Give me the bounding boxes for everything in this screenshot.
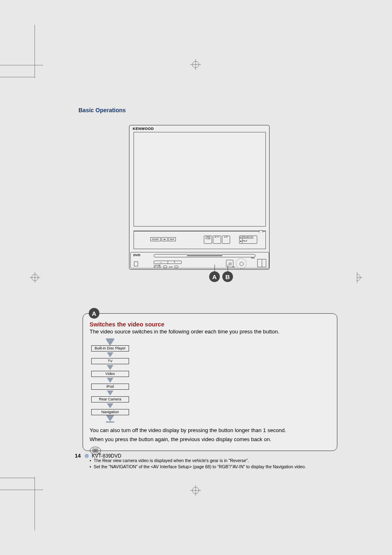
svg-marker-12 <box>106 340 114 346</box>
box-lead: The video source switches in the followi… <box>90 328 330 335</box>
flow-node: TV <box>91 358 129 364</box>
registration-mark-icon <box>190 59 201 70</box>
page-footer: 14 KVT-839DVD <box>75 453 121 459</box>
open-mctrl-button: ▲OPEN ●M.CTRL ▲TILT <box>239 236 257 244</box>
flow-node: Rear Camera <box>91 396 129 402</box>
paragraph: When you press the button again, the pre… <box>90 436 330 443</box>
avout-button: AV OUT <box>213 236 221 244</box>
control-panel: DOLBYdtsDivX SCREEN VOLUME AV OUT A.OFF … <box>134 231 266 249</box>
source-flow-diagram: Built-in Disc Player TV Video iPod Rear … <box>91 339 129 423</box>
page-sheet: Basic Operations KENWOOD DOLBYdtsDivX SC… <box>44 78 357 473</box>
page-number: 14 <box>75 453 81 459</box>
callout-b-icon: B <box>222 271 233 282</box>
svg-marker-16 <box>107 391 113 395</box>
box-tag-icon: A <box>89 308 99 319</box>
callout-a-icon: A <box>209 271 220 282</box>
disc-slot <box>154 254 256 257</box>
note-list: The Rear view camera video is displayed … <box>90 458 330 469</box>
note-icon <box>90 446 330 456</box>
screen-volume-button: SCREEN VOLUME <box>204 236 212 244</box>
att-disp-buttons: ATT ●OFF DISP <box>154 266 178 268</box>
svg-marker-17 <box>107 403 113 408</box>
box-title: Switches the video source <box>90 321 330 328</box>
aoff-button: A.OFF <box>222 236 230 244</box>
instruction-box: A Switches the video source The video so… <box>83 313 337 451</box>
side-buttons <box>257 259 266 267</box>
note-item: Set the "NAVIGATION" of the <AV Interfac… <box>90 464 330 470</box>
svg-marker-14 <box>107 365 113 370</box>
footer-dot-icon <box>85 454 89 458</box>
flow-node: iPod <box>91 384 129 390</box>
display-screen <box>134 132 266 227</box>
note-item: The Rear view camera video is displayed … <box>90 458 330 464</box>
svg-marker-18 <box>106 415 114 421</box>
dpad-control <box>236 258 247 269</box>
svg-marker-15 <box>107 378 113 383</box>
brand-text: KENWOOD <box>133 127 154 131</box>
flow-node: Built-in Disc Player <box>91 345 129 352</box>
flow-node: Navigation <box>91 409 129 415</box>
model-number: KVT-839DVD <box>92 453 121 459</box>
svg-marker-13 <box>107 352 113 357</box>
paragraph: You can also turn off the video display … <box>90 427 330 434</box>
section-header: Basic Operations <box>78 107 126 113</box>
registration-mark-icon <box>190 485 201 496</box>
dvd-logo-icon: DVD <box>133 253 141 261</box>
flow-node: Video <box>91 371 129 377</box>
product-illustration: KENWOOD DOLBYdtsDivX SCREEN VOLUME AV OU… <box>129 125 270 270</box>
eject-button <box>134 261 138 266</box>
base-panel: DVD –+ VOLUME ATT ●OFF DISP FNC MENU <box>130 252 269 268</box>
registration-mark-icon <box>30 272 40 283</box>
